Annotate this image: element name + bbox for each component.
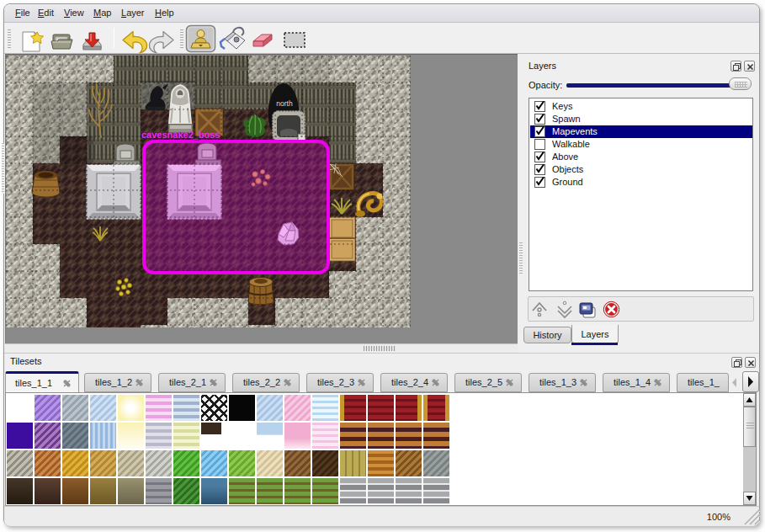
svg-text:cavesnake2_boss: cavesnake2_boss <box>141 130 220 140</box>
svg-text:north: north <box>276 99 293 108</box>
